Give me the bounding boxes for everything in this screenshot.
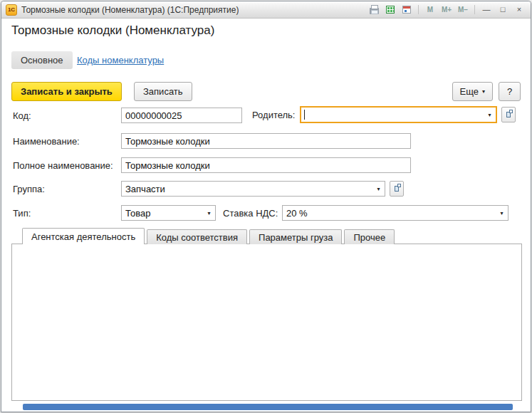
memory-m-button[interactable]: М bbox=[423, 4, 437, 16]
vat-field[interactable]: 20 % ▾ bbox=[282, 205, 508, 221]
type-label: Тип: bbox=[13, 208, 31, 219]
text-cursor bbox=[304, 110, 305, 120]
window-title: Тормозные колодки (Номенклатура) (1С:Пре… bbox=[21, 5, 239, 15]
save-and-close-button[interactable]: Записать и закрыть bbox=[11, 82, 122, 101]
full-name-label: Полное наименование: bbox=[13, 160, 113, 171]
help-button[interactable]: ? bbox=[499, 82, 521, 101]
tab-correspondence-codes[interactable]: Коды соответствия bbox=[147, 229, 247, 244]
more-button[interactable]: Еще ▾ bbox=[452, 82, 493, 101]
code-field[interactable] bbox=[121, 108, 242, 123]
chevron-down-icon: ▾ bbox=[482, 89, 485, 95]
calendar-icon bbox=[402, 6, 411, 14]
chevron-down-icon[interactable]: ▾ bbox=[203, 206, 215, 220]
tab-cargo-parameters[interactable]: Параметры груза bbox=[249, 229, 342, 244]
calculator-button[interactable] bbox=[383, 4, 397, 16]
group-label: Группа: bbox=[13, 184, 45, 194]
minimize-button[interactable]: — bbox=[479, 4, 494, 16]
group-open-button[interactable] bbox=[390, 181, 404, 197]
chevron-down-icon[interactable]: ▾ bbox=[484, 108, 496, 122]
parent-label: Родитель: bbox=[252, 110, 295, 120]
printer-icon bbox=[370, 8, 379, 14]
titlebar-separator bbox=[474, 5, 475, 14]
1c-logo-icon: 1С bbox=[6, 4, 17, 16]
tab-panel bbox=[11, 244, 522, 401]
tab-other[interactable]: Прочее bbox=[344, 229, 395, 244]
titlebar-buttons: М М+ М− — □ × bbox=[367, 4, 526, 16]
tab-agent-activity[interactable]: Агентская деятельность bbox=[22, 228, 145, 244]
titlebar: 1С Тормозные колодки (Номенклатура) (1С:… bbox=[1, 1, 531, 19]
horizontal-scrollbar[interactable] bbox=[23, 404, 513, 410]
chevron-down-icon[interactable]: ▾ bbox=[496, 206, 508, 220]
titlebar-separator bbox=[418, 5, 419, 14]
maximize-button[interactable]: □ bbox=[496, 4, 510, 16]
tab-main[interactable]: Основное bbox=[11, 51, 73, 69]
group-field[interactable]: Запчасти ▾ bbox=[121, 181, 385, 197]
table-icon bbox=[386, 6, 395, 14]
chevron-down-icon[interactable]: ▾ bbox=[372, 182, 385, 196]
inner-tabstrip: Агентская деятельность Коды соответствия… bbox=[22, 228, 397, 244]
open-icon bbox=[395, 186, 399, 192]
memory-m-plus-button[interactable]: М+ bbox=[439, 4, 454, 16]
more-button-label: Еще bbox=[460, 86, 479, 97]
group-value: Запчасти bbox=[122, 184, 372, 194]
vat-label: Ставка НДС: bbox=[223, 208, 278, 219]
page-title: Тормозные колодки (Номенклатура) bbox=[11, 23, 214, 38]
print-button[interactable] bbox=[367, 4, 381, 16]
type-field[interactable]: Товар ▾ bbox=[121, 205, 216, 221]
open-icon bbox=[506, 112, 511, 117]
parent-field[interactable]: ▾ bbox=[300, 106, 497, 123]
vat-value: 20 % bbox=[283, 208, 496, 219]
memory-m-minus-button[interactable]: М− bbox=[456, 4, 470, 16]
name-label: Наименование: bbox=[13, 136, 80, 147]
calendar-button[interactable] bbox=[400, 4, 414, 16]
save-button[interactable]: Записать bbox=[134, 82, 192, 101]
code-label: Код: bbox=[13, 110, 31, 121]
name-field[interactable] bbox=[121, 133, 411, 149]
type-value: Товар bbox=[122, 208, 203, 219]
close-button[interactable]: × bbox=[512, 4, 526, 16]
nomenclature-codes-link[interactable]: Коды номенклатуры bbox=[77, 55, 164, 66]
app-window: 1С Тормозные колодки (Номенклатура) (1С:… bbox=[1, 1, 531, 412]
parent-open-button[interactable] bbox=[501, 107, 516, 122]
full-name-field[interactable] bbox=[121, 157, 411, 173]
